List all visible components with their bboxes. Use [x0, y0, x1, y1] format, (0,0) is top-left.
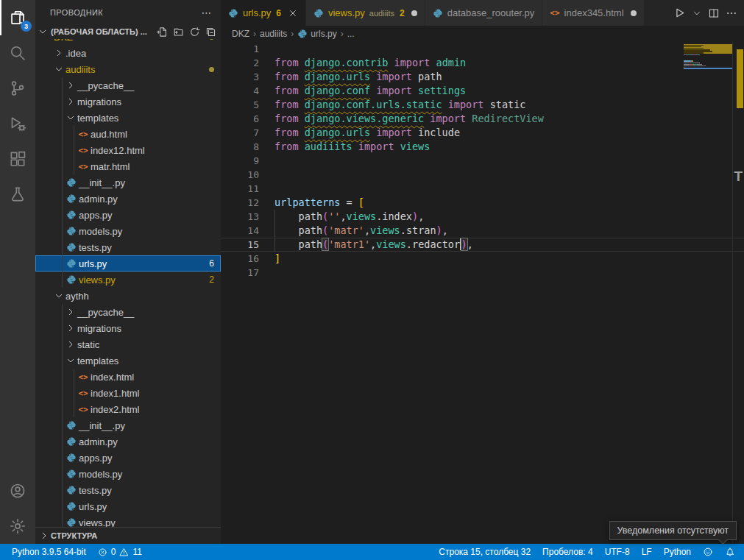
split-editor-icon[interactable]: [706, 7, 722, 19]
tree-item-__pycache__[interactable]: __pycache__: [35, 304, 221, 320]
refresh-icon[interactable]: [189, 26, 200, 38]
tree-item-label: apps.py: [79, 453, 113, 464]
tree-item-__init__.py[interactable]: __init__.py: [35, 174, 221, 191]
code-line-8[interactable]: 8from audiiits import views: [221, 140, 744, 154]
outline-section-header[interactable]: СТРУКТУРА: [35, 527, 221, 544]
code-line-2[interactable]: 2from django.contrib import admin: [221, 56, 744, 70]
status-cursor-position[interactable]: Строка 15, столбец 32: [433, 544, 536, 560]
tree-item-label: admin.py: [79, 436, 118, 447]
more-actions-icon[interactable]: [723, 7, 740, 19]
new-file-icon[interactable]: [157, 26, 168, 38]
code-line-3[interactable]: 3from django.urls import path: [221, 70, 744, 84]
tree-item-.idea[interactable]: .idea: [35, 45, 221, 61]
tab-views.py[interactable]: views.pyaudiiits2: [306, 0, 425, 26]
code-line-15[interactable]: 15 path('matr1',views.redactor),: [221, 238, 744, 252]
tree-item-tests.py[interactable]: tests.py: [35, 239, 221, 255]
code-line-6[interactable]: 6from django.views.generic import Redire…: [221, 112, 744, 126]
code-line-14[interactable]: 14 path('matr',views.stran),: [221, 224, 744, 238]
tree-item-aud.html[interactable]: <>aud.html: [35, 126, 221, 142]
activity-account[interactable]: [0, 473, 35, 508]
tree-indent-guide: [62, 255, 63, 272]
status-notifications[interactable]: [719, 544, 741, 560]
tree-item-static[interactable]: static: [35, 336, 221, 352]
tree-item-views.py[interactable]: views.py: [35, 514, 221, 528]
status-feedback[interactable]: [697, 544, 719, 560]
tree-item-index2.html[interactable]: <>index2.html: [35, 401, 221, 417]
status-eol[interactable]: LF: [636, 544, 658, 560]
status-problems[interactable]: 011: [92, 544, 148, 560]
tree-item-migrations[interactable]: migrations: [35, 93, 221, 110]
tree-item-audiiits[interactable]: audiiits: [35, 61, 221, 77]
tree-item-index.html[interactable]: <>index.html: [35, 369, 221, 385]
activity-search[interactable]: [0, 35, 35, 71]
tree-indent-guide: [74, 401, 74, 417]
tree-item-label: models.py: [79, 469, 122, 480]
breadcrumb-item-audiiits[interactable]: audiiits: [260, 29, 287, 39]
tree-item-templates[interactable]: templates: [35, 352, 221, 369]
python-file-icon: [65, 177, 78, 188]
tree-item-__init__.py[interactable]: __init__.py: [35, 417, 221, 433]
tree-item-apps.py[interactable]: apps.py: [35, 450, 221, 466]
breadcrumb-item-...[interactable]: ...: [347, 29, 355, 39]
line-number: 8: [221, 140, 259, 154]
run-icon[interactable]: [671, 7, 688, 19]
tree-indent-guide: [74, 142, 74, 158]
tree-item-admin.py[interactable]: admin.py: [35, 191, 221, 207]
activity-testing[interactable]: [0, 177, 35, 212]
code-line-9[interactable]: 9: [221, 154, 744, 168]
collapse-all-icon[interactable]: [205, 26, 216, 38]
tree-item-migrations[interactable]: migrations: [35, 320, 221, 336]
status-python-interpreter[interactable]: Python 3.9.5 64-bit: [6, 544, 92, 560]
tree-item-admin.py[interactable]: admin.py: [35, 433, 221, 450]
tab-urls.py[interactable]: urls.py6: [221, 0, 305, 26]
code-line-11[interactable]: 11: [221, 182, 744, 196]
tree-item-index1.html[interactable]: <>index1.html: [35, 385, 221, 401]
tab-database_roouter.py[interactable]: database_roouter.py: [425, 0, 542, 26]
code-line-7[interactable]: 7from django.urls import include: [221, 126, 744, 140]
tree-item-models.py[interactable]: models.py: [35, 223, 221, 239]
status-language-mode[interactable]: Python: [658, 544, 697, 560]
status-indentation[interactable]: Пробелов: 4: [536, 544, 599, 560]
activity-run-debug[interactable]: [0, 106, 35, 141]
tree-indent-guide: [62, 450, 63, 466]
code-line-10[interactable]: 10: [221, 168, 744, 182]
breadcrumb-item-urls.py[interactable]: urls.py: [297, 29, 336, 39]
code-line-4[interactable]: 4from django.conf import settings: [221, 84, 744, 98]
code-line-1[interactable]: 1: [221, 42, 744, 56]
code-line-17[interactable]: 17: [221, 266, 744, 280]
code-line-12[interactable]: 12urlpatterns = [: [221, 196, 744, 210]
code-line-16[interactable]: 16]: [221, 252, 744, 266]
activity-explorer[interactable]: 3: [0, 0, 35, 35]
new-folder-icon[interactable]: [173, 26, 184, 38]
code-line-5[interactable]: 5from django.conf.urls.static import sta…: [221, 98, 744, 112]
tree-item-index12.html[interactable]: <>index12.html: [35, 142, 221, 158]
tree-item-DKZ[interactable]: DKZ: [35, 39, 221, 45]
activity-settings[interactable]: [0, 508, 35, 544]
tree-item-__pycache__[interactable]: __pycache__: [35, 77, 221, 93]
run-dropdown-icon[interactable]: [690, 8, 704, 18]
breadcrumb-item-DKZ[interactable]: DKZ: [232, 29, 249, 39]
tab-index345.html[interactable]: <>index345.html: [542, 0, 643, 26]
status-encoding[interactable]: UTF-8: [599, 544, 636, 560]
python-file-icon: [65, 194, 78, 204]
code-line-13[interactable]: 13 path('',views.index),: [221, 210, 744, 224]
tree-item-templates[interactable]: templates: [35, 110, 221, 126]
tree-item-urls.py[interactable]: urls.py6: [35, 255, 221, 272]
code-editor[interactable]: 12from django.contrib import admin3from …: [221, 42, 744, 544]
tree-item-apps.py[interactable]: apps.py: [35, 207, 221, 223]
tree-item-aythh[interactable]: aythh: [35, 288, 221, 304]
tree-item-urls.py[interactable]: urls.py: [35, 498, 221, 514]
workspace-section-header[interactable]: (РАБОЧАЯ ОБЛАСТЬ) ...: [35, 24, 221, 39]
workspace-actions: [157, 26, 216, 38]
activity-extensions[interactable]: [0, 141, 35, 177]
minimap[interactable]: [684, 43, 732, 70]
activity-source-control[interactable]: [0, 71, 35, 106]
overview-ruler-scrollbar[interactable]: T: [732, 42, 744, 544]
tree-item-matr.html[interactable]: <>matr.html: [35, 158, 221, 174]
tree-item-label: templates: [77, 113, 118, 124]
close-icon[interactable]: [288, 8, 298, 18]
tree-item-views.py[interactable]: views.py2: [35, 272, 221, 288]
tree-item-models.py[interactable]: models.py: [35, 466, 221, 482]
tree-item-tests.py[interactable]: tests.py: [35, 482, 221, 498]
sidebar-more-icon[interactable]: ⋯: [202, 7, 212, 18]
